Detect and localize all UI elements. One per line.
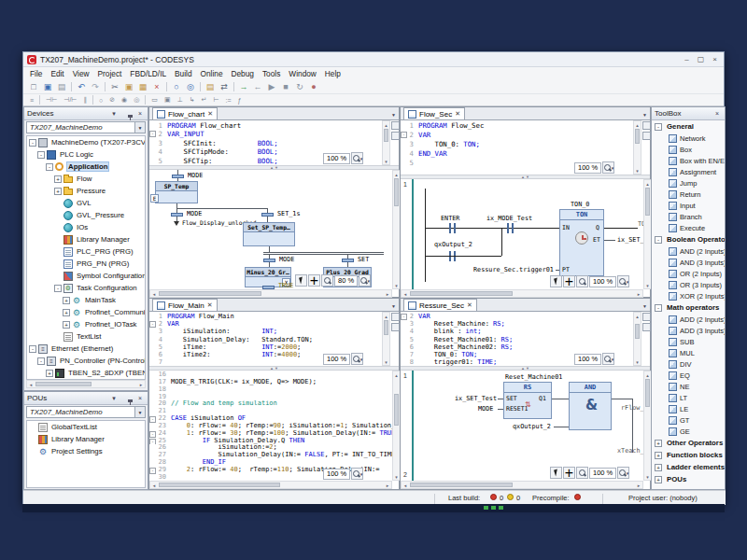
device-gvl-pressure[interactable]: GVL_Pressure	[27, 209, 145, 221]
zoom-tool-icon[interactable]	[321, 274, 333, 287]
menu-online[interactable]: Online	[197, 68, 227, 79]
fold-icon[interactable]: -	[401, 132, 407, 138]
chevron-down-icon[interactable]: ▼	[642, 112, 650, 119]
toolbox-section-ladder-elements[interactable]: +Ladder elements	[652, 461, 725, 473]
fold-icon[interactable]: -	[149, 321, 156, 328]
toolbox-section-other-operators[interactable]: +Other Operators	[652, 437, 725, 449]
menu-build[interactable]: Build	[171, 68, 195, 79]
device-textlist[interactable]: TextList	[27, 330, 145, 343]
pou-library-manager[interactable]: Library Manager	[27, 433, 145, 445]
zoom-value[interactable]: 100 %	[589, 276, 616, 287]
toolbox-section-boolean-operators[interactable]: -Boolean Operators	[652, 233, 725, 245]
decl-toggle-button[interactable]	[391, 121, 400, 130]
magnifier-icon[interactable]: ▾	[351, 353, 363, 365]
expander-icon[interactable]: -	[29, 139, 36, 147]
pan-tool-icon[interactable]: +	[563, 275, 575, 287]
close-icon[interactable]: ×	[135, 110, 145, 117]
device-profinet-iotask[interactable]: +⚙Profinet_IOTask	[27, 318, 145, 330]
pous-tree[interactable]: GlobalTextListLibrary Manager⚙Project Se…	[26, 420, 146, 488]
devices-combo[interactable]: TX207_MachineDemo ▼	[26, 121, 146, 133]
find-icon[interactable]: ○	[170, 81, 183, 92]
pous-combo[interactable]: TX207_MachineDemo ▼	[26, 406, 146, 418]
decl-view-button[interactable]	[391, 323, 400, 331]
contact-ix-mode-test[interactable]	[505, 223, 515, 233]
minimize-button[interactable]: –	[684, 55, 688, 63]
tab-flow-main[interactable]: Flow_Main ✕	[152, 299, 218, 311]
contact-enter[interactable]	[447, 223, 458, 233]
devices-h-scrollbar[interactable]: ◂ ▸	[26, 380, 146, 388]
fold-icon[interactable]: -	[149, 468, 156, 474]
toolbox-item-branch[interactable]: Branch	[652, 211, 725, 222]
close-icon[interactable]: ×	[712, 110, 722, 117]
box-with-eno-icon[interactable]: ▣	[162, 94, 174, 105]
close-icon[interactable]: ✕	[467, 301, 472, 309]
select-tool-icon[interactable]	[550, 275, 562, 287]
decl-v-scrollbar[interactable]: ▴ ▾	[633, 120, 641, 175]
new-icon[interactable]: □	[27, 81, 40, 92]
chevron-down-icon[interactable]: ▼	[134, 122, 145, 133]
expander-icon[interactable]: +	[655, 476, 662, 483]
toolbox-item-lt[interactable]: LT	[652, 392, 725, 403]
impl-h-scrollbar[interactable]: ◂ ▸	[149, 481, 392, 489]
run-icon[interactable]: ▶	[265, 81, 278, 92]
menu-fbd-ld-il[interactable]: FBD/LD/IL	[126, 68, 170, 79]
toolbox-item-or-3-inputs[interactable]: OR (3 Inputs)	[652, 279, 725, 290]
toolbox-section-general[interactable]: -General	[652, 120, 725, 133]
zoom-value[interactable]: 100 %	[589, 468, 616, 479]
save-icon[interactable]: ▣	[41, 81, 54, 92]
set-coil-icon[interactable]: ◉	[119, 94, 130, 105]
decl-zoom-control[interactable]: 100 % ▾	[323, 152, 363, 164]
cut-icon[interactable]: ✂	[108, 81, 121, 92]
device-ios[interactable]: IOs	[27, 221, 145, 233]
expander-icon[interactable]: -	[54, 285, 62, 292]
chevron-down-icon[interactable]: ▼	[642, 303, 650, 311]
toolbox-item-and-2-inputs[interactable]: AND (2 Inputs)	[652, 245, 725, 257]
sfc-action-qualifier[interactable]: E	[150, 194, 159, 203]
pou-project-settings[interactable]: ⚙Project Settings	[27, 445, 145, 457]
toolbox-item-box[interactable]: Box	[652, 144, 725, 155]
pan-tool-icon[interactable]: +	[308, 274, 320, 287]
toolbox-item-le[interactable]: LE	[652, 403, 725, 414]
jump-icon[interactable]: ↳	[187, 94, 198, 105]
decl-view-button[interactable]	[642, 132, 651, 140]
toolbox-item-gt[interactable]: GT	[652, 414, 725, 426]
device-pn-controller-pn-controller[interactable]: -≡PN_Controller (PN-Controller)	[27, 355, 145, 367]
device-gvl[interactable]: GVL	[27, 197, 145, 209]
decl-toggle-button[interactable]	[391, 313, 400, 321]
title-bar[interactable]: TX207_MachineDemo.project* - CODESYS – ▢…	[23, 52, 724, 67]
expander-icon[interactable]: -	[29, 345, 36, 353]
devices-panel-header[interactable]: Devices ▾ ×	[24, 107, 148, 120]
device-profinet-communicationtask[interactable]: +⚙Profinet_CommunicationTask	[27, 306, 145, 318]
network-icon[interactable]: ≡	[27, 94, 36, 105]
toolbox-item-ne[interactable]: NE	[652, 381, 725, 392]
decl-toggle-button[interactable]	[642, 313, 651, 321]
menu-debug[interactable]: Debug	[228, 68, 258, 79]
zoom-value[interactable]: 100 %	[323, 153, 350, 164]
negated-coil-icon[interactable]: ⊘	[106, 94, 118, 105]
close-icon[interactable]: ×	[135, 395, 145, 401]
toolbox-item-network[interactable]: Network	[652, 133, 725, 144]
decl-zoom-control[interactable]: 100 % ▾	[574, 353, 614, 365]
paste-icon[interactable]: ▦	[136, 81, 149, 92]
magnifier-icon[interactable]: ▾	[617, 467, 629, 479]
toolbox-item-and-3-inputs[interactable]: AND (3 Inputs)	[652, 257, 725, 268]
expander-icon[interactable]: -	[655, 123, 662, 131]
toolbox-panel-header[interactable]: ToolBox ×	[652, 107, 725, 120]
toolbox-section-function-blocks[interactable]: +Function blocks	[652, 449, 725, 461]
device-flow[interactable]: +Flow	[27, 173, 145, 185]
close-button[interactable]: ×	[712, 55, 717, 63]
tab-ressure-sec[interactable]: Ressure_Sec ✕	[403, 299, 477, 311]
execute-icon[interactable]: ƒ	[235, 94, 245, 105]
reset-coil-icon[interactable]: ◎	[131, 94, 142, 105]
magnifier-icon[interactable]: ▾	[617, 275, 629, 287]
close-icon[interactable]: ✕	[455, 110, 460, 118]
menu-window[interactable]: Window	[285, 68, 320, 79]
device-pressure[interactable]: +Pressure	[27, 185, 145, 197]
logout-icon[interactable]: ←	[251, 81, 264, 92]
find-next-icon[interactable]: ◎	[184, 81, 197, 92]
expander-icon[interactable]: +	[655, 464, 662, 471]
fold-icon[interactable]: -	[149, 416, 156, 423]
compare-icon[interactable]: ⇄	[218, 81, 231, 92]
select-tool-icon[interactable]	[295, 274, 307, 287]
menu-help[interactable]: Help	[321, 68, 345, 79]
